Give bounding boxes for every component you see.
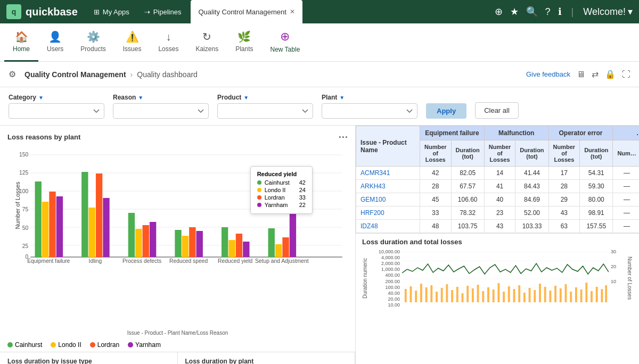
search-icon[interactable]: 🔍 [526,6,538,18]
breadcrumb-parent: Quality Control Management [24,70,126,79]
svg-rect-28 [182,236,189,257]
help-icon[interactable]: ? [545,6,551,18]
legend-item-yarnham: Yarnham [128,341,161,349]
ef-num-cell: 33 [420,206,452,220]
y-left-ticks: 10,000.00 4,000.00 2,000.00 1,000.00 400… [373,249,402,308]
info-icon[interactable]: ℹ [558,6,562,18]
reason-select[interactable] [113,103,209,119]
svg-rect-34 [243,242,249,257]
issue-table-container[interactable]: Issue - Product Name Equipment failure M… [356,126,639,233]
svg-rect-27 [175,230,181,257]
svg-rect-25 [143,225,149,257]
svg-rect-67 [487,287,489,302]
pipelines-button[interactable]: ⇢ Pipelines [139,5,187,19]
y-right-ticks: 30 20 10 [609,249,622,308]
ef-num-header: Number of Losses [420,140,452,167]
welcome-button[interactable]: Welcome! ▾ [583,6,633,18]
svg-rect-81 [560,288,562,302]
monitor-icon[interactable]: 🖥 [577,70,585,79]
star-icon[interactable]: ★ [510,6,519,18]
svg-rect-36 [275,244,282,257]
mal-dur-cell: 52.00 [515,206,548,220]
svg-rect-37 [282,237,289,257]
lock-icon[interactable]: 🔒 [605,69,616,79]
svg-rect-35 [268,228,275,257]
new-table-icon: ⊕ [280,30,290,44]
apply-button[interactable]: Apply [426,103,466,119]
svg-rect-80 [554,286,556,302]
svg-rect-76 [534,290,536,302]
nav-icons-right: ⊕ ★ 🔍 ? ℹ | Welcome! ▾ [495,6,633,18]
svg-rect-66 [482,291,484,302]
svg-rect-89 [601,289,603,302]
ef-dur-cell: 103.75 [451,220,484,233]
svg-text:Setup and Adjustment: Setup and Adjustment [255,258,309,264]
app-toolbar: 🏠 Home 👤 Users ⚙️ Products ⚠️ Issues ↓ L… [0,23,639,62]
issue-table: Issue - Product Name Equipment failure M… [356,126,639,233]
toolbar-item-products[interactable]: ⚙️ Products [72,23,114,62]
add-icon[interactable]: ⊕ [495,6,503,18]
logo[interactable]: q quickbase [6,4,78,19]
chart-menu-icon[interactable]: ⋯ [338,131,348,143]
svg-rect-79 [549,291,551,302]
active-tab[interactable]: Quality Control Management ✕ [191,0,302,23]
home-icon: 🏠 [15,30,28,43]
svg-rect-51 [405,289,407,302]
toolbar-item-issues[interactable]: ⚠️ Issues [114,23,150,62]
share-icon[interactable]: ⇄ [592,69,599,79]
product-select[interactable] [217,103,313,119]
reason-filter: Reason ▼ [113,94,209,119]
toolbar-item-users[interactable]: 👤 Users [38,23,72,62]
table-row: ACMR341 42 82.05 14 41.44 17 54.31 — — [356,167,640,180]
filter-icon-product: ▼ [243,95,249,101]
svg-rect-53 [415,291,417,302]
svg-rect-33 [236,234,242,257]
svg-rect-62 [462,293,464,302]
plant-select[interactable] [322,103,417,119]
y-right-axis-label: Number of Losses [622,249,633,308]
plants-icon: 🌿 [237,30,251,43]
product-cell[interactable]: ARKH43 [356,180,420,193]
line-chart-container: Duration numeric 10,000.00 4,000.00 2,00… [362,249,633,308]
breadcrumb-bar: ⚙ Quality Control Management › Quality d… [0,62,639,87]
svg-rect-90 [605,285,607,302]
ef-dur-header: Duration (tot) [451,140,484,167]
product-cell[interactable]: GEM100 [356,193,420,206]
tooltip-row-lordran: Lordran 33 [257,194,306,201]
expand-icon[interactable]: ⛶ [622,70,630,79]
svg-rect-71 [508,286,510,302]
svg-rect-69 [497,283,499,302]
toolbar-item-losses[interactable]: ↓ Losses [150,23,187,62]
separator: | [571,6,574,18]
close-tab-icon[interactable]: ✕ [290,8,295,15]
svg-rect-72 [513,289,515,302]
mal-dur-cell: 84.69 [515,193,548,206]
clear-all-button[interactable]: Clear all [475,102,519,119]
chart-tooltip: Reduced yield Cainhurst 42 Londo II 24 L… [250,166,313,214]
my-apps-button[interactable]: ⊞ My Apps [88,5,135,19]
filter-icon: ▼ [38,95,44,101]
svg-rect-15 [35,181,42,258]
op-dur-cell: 80.00 [580,193,613,206]
logo-icon: q [6,4,21,19]
product-filter: Product ▼ [217,94,313,119]
col-malfunction: Malfunction [484,126,548,140]
toolbar-item-home[interactable]: 🏠 Home [4,23,38,62]
tooltip-row-yarnham: Yarnham 22 [257,202,306,208]
product-cell[interactable]: HRF200 [356,206,420,220]
ef-dur-cell: 78.32 [451,206,484,220]
give-feedback-button[interactable]: Give feedback [526,70,570,79]
svg-rect-70 [503,292,505,302]
line-chart-section: Loss duration and total losses Duration … [356,233,639,364]
product-cell[interactable]: ACMR341 [356,167,420,180]
category-select[interactable] [9,103,104,119]
toolbar-item-new-table[interactable]: ⊕ New Table [262,23,309,62]
chart-header: Loss reasons by plant ⋯ [0,126,355,145]
product-cell[interactable]: IDZ48 [356,220,420,233]
toolbar-item-kaizens[interactable]: ↻ Kaizens [187,23,227,62]
svg-text:Idling: Idling [89,258,102,264]
settings-icon[interactable]: ⚙ [9,69,16,79]
col-more: … [613,126,639,140]
toolbar-item-plants[interactable]: 🌿 Plants [227,23,261,62]
tooltip-londo-value: 24 [293,187,306,193]
